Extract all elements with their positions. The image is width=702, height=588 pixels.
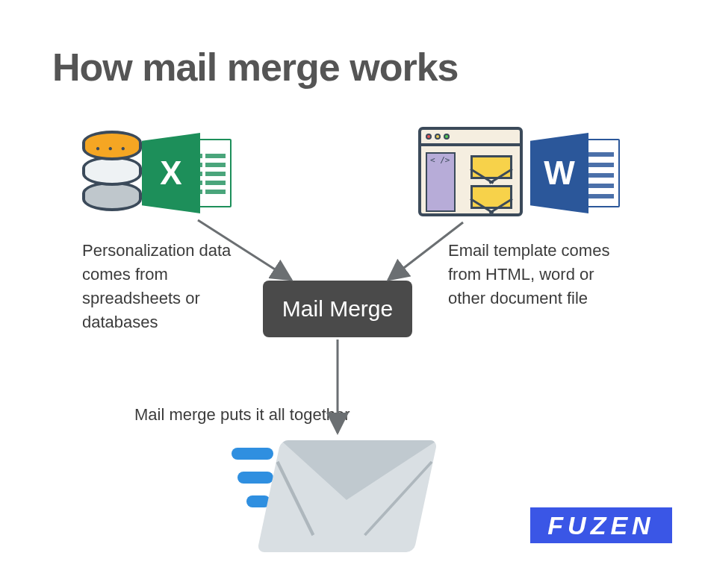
word-letter: W [544,154,575,192]
database-icon: ● ● ● [82,131,142,213]
html-template-icon: < /> [418,127,523,216]
mail-merge-label: Mail Merge [282,296,393,322]
excel-letter: X [160,154,181,192]
window-dot-red-icon [426,134,432,140]
mail-merge-box: Mail Merge [263,281,412,337]
sent-envelope-icon [232,425,426,560]
mini-envelope-icon [470,185,512,209]
output-caption: Mail merge puts it all together [134,403,396,427]
window-dot-green-icon [444,134,450,140]
word-icon: W [530,133,620,213]
page-title: How mail merge works [52,45,459,90]
html-code-snippet: < /> [430,155,450,165]
mini-envelope-icon [470,155,512,179]
excel-icon: X [142,133,232,213]
fuzen-logo: FUZEN [530,507,672,543]
right-source-caption: Email template comes from HTML, word or … [448,239,635,310]
brand-name: FUZEN [547,511,654,540]
left-source-caption: Personalization data comes from spreadsh… [82,239,246,334]
window-dot-yellow-icon [435,134,441,140]
